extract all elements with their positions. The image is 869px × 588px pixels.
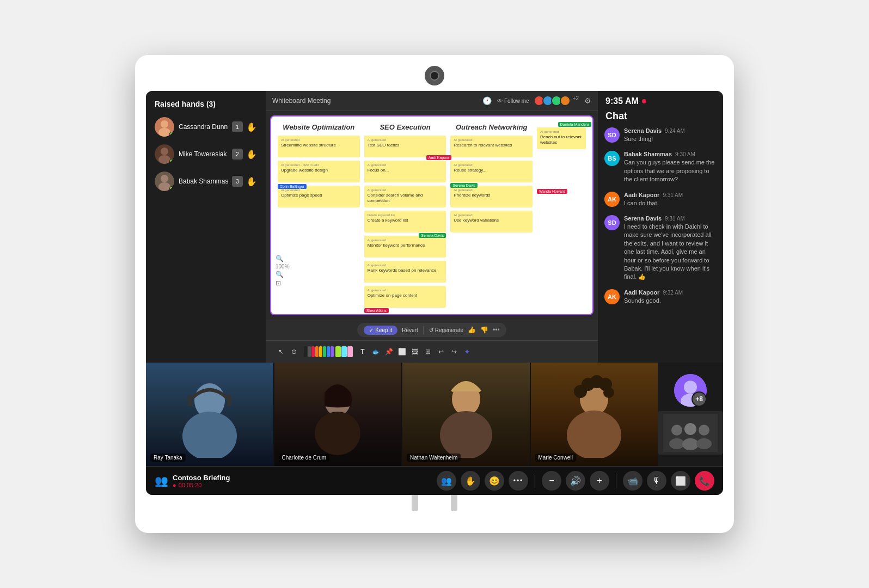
pencil-purple[interactable]	[331, 346, 334, 357]
pencil-orange[interactable]	[315, 346, 319, 357]
regenerate-button[interactable]: ↺ Regenerate	[429, 327, 463, 333]
wb-note[interactable]: Delete keyword list Create a keyword lis…	[364, 211, 446, 232]
participant-video-name: Charlotte de Crum	[279, 454, 330, 462]
sticker-tool[interactable]: 🐟	[370, 346, 381, 357]
wb-note[interactable]: AI generated Reuse strategy... Serena Da…	[450, 161, 533, 182]
follow-me-btn[interactable]: 👁 Follow me	[497, 98, 529, 104]
participants-button[interactable]: 👥	[437, 471, 456, 491]
pencil-dark[interactable]	[304, 346, 307, 357]
pencil-gray[interactable]	[308, 346, 311, 357]
volume-up-button[interactable]: +	[590, 471, 609, 491]
undo-icon[interactable]: ↩	[436, 346, 446, 357]
pencil-green[interactable]	[323, 346, 326, 357]
col-header: Website Optimization	[278, 123, 360, 131]
lasso-tool[interactable]: ⊙	[289, 346, 299, 357]
emoji-button[interactable]: 😊	[485, 471, 504, 491]
fit-icon[interactable]: ⊡	[276, 279, 290, 287]
zoom-out-icon[interactable]: 🔍	[276, 271, 290, 278]
cursor-tool[interactable]: ↖	[276, 346, 286, 357]
clock-icon[interactable]: 🕐	[482, 96, 492, 105]
note-text: Create a keyword list	[368, 218, 443, 223]
pencil-group	[304, 346, 353, 357]
wb-note[interactable]: AI generated Rank keywords based on rele…	[364, 261, 446, 283]
draw-tools: ↖ ⊙	[271, 344, 477, 359]
note-text: Use keyword variations	[454, 218, 529, 223]
wb-notes: AI generated Streamline website structur…	[278, 136, 360, 207]
hand-emoji-icon: ✋	[246, 149, 257, 160]
ai-bar-container: ✓ Keep it Revert | ↺ Regenerate 👍 👎 •••	[357, 323, 506, 337]
small-video-thumbnail	[658, 411, 723, 455]
device: Raised hands (3) Cassandra Dunn 1 ✋	[135, 55, 734, 533]
wb-note[interactable]: AI generated Optimize page speed	[278, 186, 360, 207]
redo-icon[interactable]: ↪	[449, 346, 460, 357]
grid-tool[interactable]: ⊞	[423, 346, 433, 357]
note-label: AI generated	[368, 289, 443, 292]
more-participants-panel: +8	[658, 363, 723, 466]
wb-note[interactable]: AI generated Research to relevant websit…	[450, 136, 533, 157]
chat-time-bar: 9:35 AM	[598, 91, 723, 108]
settings-icon[interactable]: ⚙	[584, 96, 591, 105]
volume-down-button[interactable]: −	[542, 471, 561, 491]
wb-avatar	[560, 95, 571, 106]
thumbnail-content	[663, 414, 718, 452]
pencil-red[interactable]	[311, 346, 315, 357]
sender-avatar: AK	[604, 289, 620, 304]
screenshare-button[interactable]: ⬜	[671, 471, 690, 491]
pencil-yellow[interactable]	[319, 346, 322, 357]
wb-note[interactable]: AI generated Use keyword variations	[450, 211, 533, 232]
note-tool[interactable]: 📌	[383, 346, 394, 357]
video-gallery: Ray Tanaka Charlotte de Crum	[146, 363, 723, 466]
message-text: I can do that.	[624, 199, 717, 207]
wb-note[interactable]: AI generated Focus on... Aadi Kapoor	[364, 161, 446, 182]
hangup-button[interactable]: 📞	[695, 471, 714, 491]
wb-note[interactable]: AI generated Streamline website structur…	[278, 136, 360, 157]
wb-note[interactable]: AI generated Consider search volume and …	[364, 186, 446, 207]
cursor-label: Colin Ballinger	[278, 184, 307, 189]
highlighter-yellow[interactable]	[335, 346, 341, 357]
note-label: AI generated	[454, 188, 529, 192]
wb-note[interactable]: AI generated Test SEO tactics	[364, 136, 446, 157]
more-options-button[interactable]: •••	[509, 471, 528, 491]
message-time: 9:31 AM	[665, 216, 685, 222]
wb-note[interactable]: AI generated Optimize on-page content Sh…	[364, 286, 446, 308]
wb-note[interactable]: AI generated Reach out to relevant websi…	[537, 127, 586, 149]
wb-note[interactable]: AI generated Monitor keyword performance	[364, 236, 446, 258]
more-ctrl-icon: •••	[513, 477, 524, 485]
wb-note[interactable]: AI generated Prioritize keywords	[450, 186, 533, 207]
keep-button[interactable]: ✓ Keep it	[364, 326, 397, 335]
raise-hand-button[interactable]: ✋	[461, 471, 480, 491]
thumb-up-icon[interactable]: 👍	[468, 326, 476, 334]
text-tool[interactable]: T	[357, 346, 368, 357]
more-options-icon[interactable]: •••	[493, 326, 500, 334]
cursor-label: Aadi Kapoor	[426, 155, 452, 160]
meeting-participants-icon: 👥	[155, 474, 168, 487]
pencil-blue[interactable]	[327, 346, 330, 357]
sender-name: Aadi Kapoor	[624, 289, 659, 296]
highlighter-cyan[interactable]	[341, 346, 347, 357]
wb-note[interactable]: AI generated - click to edit Upgrade web…	[278, 161, 360, 182]
whiteboard-content[interactable]: Website Optimization AI generated Stream…	[270, 115, 593, 315]
camera-button[interactable]: 📹	[623, 471, 642, 491]
thumb-down-icon[interactable]: 👎	[480, 326, 488, 334]
ai-bar-actions: 👍 👎 •••	[468, 326, 500, 334]
participant-avatar	[155, 171, 174, 191]
current-time: 9:35 AM	[605, 96, 639, 106]
message-body: Babak Shammas 9:30 AM Can you guys pleas…	[624, 151, 717, 183]
copilot-icon[interactable]: ✦	[462, 346, 473, 357]
shape-tool[interactable]: ⬜	[396, 346, 407, 357]
revert-button[interactable]: Revert	[402, 327, 418, 333]
volume-button[interactable]: 🔊	[566, 471, 585, 491]
screen: Raised hands (3) Cassandra Dunn 1 ✋	[146, 91, 723, 495]
wb-notes: AI generated Test SEO tactics AI generat…	[364, 136, 446, 308]
chat-title: Chat	[598, 108, 723, 127]
highlighter-pink[interactable]	[347, 346, 353, 357]
note-text: Upgrade website design	[281, 168, 357, 173]
zoom-in-icon[interactable]: 🔍	[276, 255, 290, 262]
wb-column-seo: SEO Execution AI generated Test SEO tact…	[364, 123, 446, 308]
image-tool[interactable]: 🖼	[409, 346, 420, 357]
device-stand	[146, 495, 723, 511]
mute-button[interactable]: 🎙	[647, 471, 666, 491]
meeting-controls-bar: 👥 Contoso Briefing ● 00:05:20 👥 ✋	[146, 466, 723, 495]
note-label: AI generated	[454, 213, 529, 217]
note-text: Research to relevant websites	[454, 143, 529, 148]
